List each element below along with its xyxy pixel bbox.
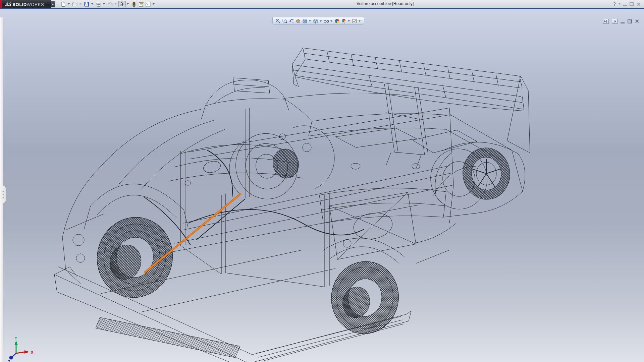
hide-show-items-dropdown-icon[interactable] — [330, 20, 332, 22]
display-style-icon — [313, 18, 318, 24]
print-dropdown-icon[interactable] — [103, 3, 105, 5]
view-orientation-button[interactable] — [302, 18, 308, 24]
minimize-document-icon[interactable] — [621, 22, 625, 23]
section-view-icon — [296, 18, 301, 24]
thick-edges — [144, 150, 364, 245]
view-orientation-icon — [302, 18, 308, 24]
new-document-icon — [60, 1, 66, 7]
minimize-window-icon[interactable] — [623, 5, 627, 6]
window-controls: ? ✕ — [613, 1, 641, 7]
solidworks-app-window: { "titlebar": { "brand": { "prefix": "3S… — [0, 0, 644, 362]
hide-show-items-button[interactable] — [323, 18, 330, 24]
z-axis — [12, 353, 16, 357]
view-settings-button[interactable] — [351, 18, 358, 24]
x-axis-arrowhead — [24, 350, 29, 354]
apply-scene-button[interactable] — [340, 18, 347, 24]
view-settings-dropdown-icon[interactable] — [359, 20, 361, 22]
undo-icon — [107, 1, 113, 7]
main-toolbar — [60, 0, 156, 8]
open-dropdown-icon[interactable] — [79, 3, 82, 5]
zoom-to-fit-button[interactable] — [275, 18, 281, 24]
y-axis-label: Y — [15, 337, 17, 340]
options-dropdown-icon[interactable] — [153, 3, 155, 5]
undo-dropdown-icon[interactable] — [115, 3, 117, 5]
display-style-button[interactable] — [312, 18, 319, 24]
options-button[interactable] — [145, 1, 152, 7]
eyeglasses-icon — [324, 18, 329, 24]
rebuild-traffic-light-icon — [131, 1, 137, 7]
graphics-viewport[interactable]: ✕ ◂ ◂ ◂ Y X Z *Dimetric — [0, 9, 644, 362]
collapse-arrow-icon: ◂ — [2, 190, 4, 193]
open-button[interactable] — [71, 1, 78, 7]
appearance-ball-icon — [334, 18, 340, 24]
front-bodywork — [62, 109, 302, 284]
restore-window-icon[interactable] — [630, 2, 634, 6]
zoom-to-fit-icon — [275, 18, 281, 24]
document-window-controls: ✕ — [603, 19, 639, 24]
save-dropdown-icon[interactable] — [91, 3, 93, 5]
previous-view-button[interactable] — [288, 18, 295, 24]
wheel-rear-right — [427, 145, 513, 213]
close-document-icon[interactable]: ✕ — [635, 19, 639, 24]
collapse-arrow-icon: ◂ — [2, 196, 4, 199]
heads-up-view-toolbar — [272, 17, 364, 25]
z-axis-label: Z — [8, 360, 10, 362]
front-grille — [96, 317, 240, 358]
z-axis-ball — [9, 356, 13, 360]
select-button[interactable] — [118, 1, 126, 7]
collapse-arrow-icon: ◂ — [2, 193, 4, 196]
help-button[interactable]: ? — [613, 1, 616, 7]
collapse-pane-left-button[interactable] — [603, 19, 609, 24]
save-button[interactable] — [83, 1, 90, 7]
new-document-button[interactable] — [60, 1, 67, 7]
view-orientation-dropdown-icon[interactable] — [309, 20, 311, 22]
zoom-to-area-button[interactable] — [281, 18, 288, 24]
help-dropdown-icon[interactable] — [619, 3, 621, 5]
edit-appearance-button[interactable] — [334, 18, 340, 24]
floor-splitter — [54, 250, 411, 362]
y-axis-arrowhead — [14, 341, 18, 345]
view-settings-icon — [352, 18, 357, 24]
close-window-icon[interactable]: ✕ — [636, 2, 641, 7]
restore-document-icon[interactable] — [628, 19, 632, 23]
rear-wing — [292, 48, 530, 169]
title-bar: 3S SOLIDWORKS ▸ — [0, 0, 644, 8]
file-properties-button[interactable] — [138, 1, 145, 7]
section-view-button[interactable] — [295, 18, 302, 24]
wheel-rear-left — [327, 257, 403, 338]
rebuild-button[interactable] — [130, 1, 138, 7]
display-style-dropdown-icon[interactable] — [320, 20, 322, 22]
brand-solid: SOLID — [12, 2, 26, 7]
x-axis-label: X — [31, 350, 34, 354]
apply-scene-icon — [341, 18, 346, 24]
feature-manager-expand-tab[interactable]: ◂ ◂ ◂ — [0, 186, 6, 203]
solidworks-logo: 3S SOLIDWORKS — [0, 0, 51, 8]
menu-expand-button[interactable]: ▸ — [51, 1, 55, 7]
document-title: Voiture assomblee [Read-only] — [357, 1, 414, 6]
options-checklist-icon — [145, 1, 151, 7]
window-border-line — [0, 8, 644, 9]
previous-view-icon — [289, 18, 294, 24]
collapse-pane-right-button[interactable] — [612, 19, 618, 24]
rear-bodywork — [309, 114, 525, 263]
car-wireframe — [54, 48, 530, 362]
collapse-pane-right-icon — [613, 20, 616, 23]
brand-works: WORKS — [27, 2, 44, 7]
wireframe-car-drawing — [0, 9, 644, 362]
file-properties-note-icon — [138, 1, 144, 7]
select-dropdown-icon[interactable] — [127, 3, 129, 5]
chassis-frame — [168, 108, 453, 287]
print-icon — [96, 1, 101, 7]
save-floppy-icon — [84, 1, 90, 7]
new-dropdown-icon[interactable] — [68, 3, 70, 5]
x-axis — [16, 352, 25, 353]
mechanical-details — [73, 134, 420, 262]
cockpit-canopy — [201, 78, 414, 121]
apply-scene-dropdown-icon[interactable] — [348, 20, 350, 22]
wheel-front-right — [229, 126, 334, 205]
print-button[interactable] — [95, 1, 102, 7]
wheel-front-left — [90, 210, 180, 304]
zoom-to-area-icon — [282, 18, 287, 24]
undo-button[interactable] — [107, 1, 114, 7]
select-cursor-icon — [119, 1, 125, 7]
